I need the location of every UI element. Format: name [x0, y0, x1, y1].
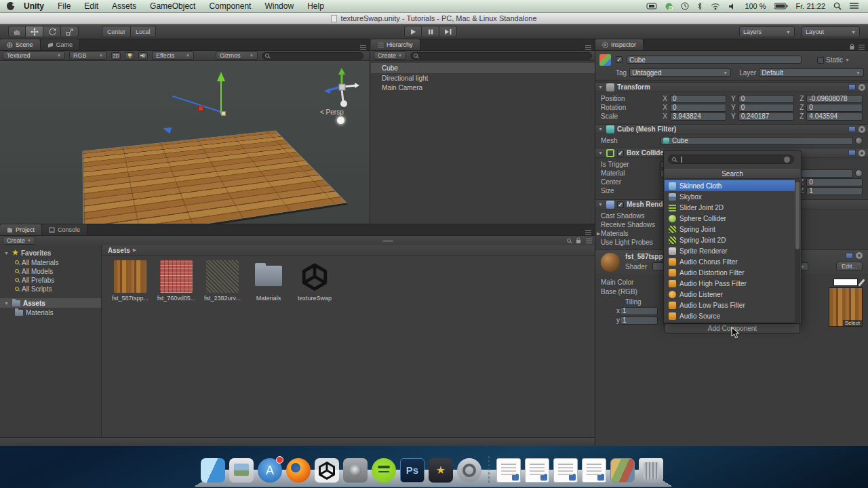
hierarchy-item-main-camera[interactable]: Main Camera [371, 83, 595, 93]
hierarchy-item-directional-light[interactable]: Directional light [371, 73, 595, 83]
inspector-panel-menu-icon[interactable] [859, 45, 865, 49]
document-dock-icon[interactable] [496, 458, 521, 483]
firefox-dock-icon[interactable] [286, 458, 311, 483]
gizmo-center-handle[interactable] [221, 111, 226, 116]
scale-tool-button[interactable] [61, 26, 79, 37]
mesh-filter-header[interactable]: ▼Cube (Mesh Filter) [595, 124, 868, 134]
project-breadcrumb[interactable]: Assets▶ [102, 245, 595, 256]
scene-2d-toggle[interactable]: 2D [111, 52, 121, 60]
tab-game[interactable]: Game [41, 39, 81, 50]
spotify-dock-icon[interactable] [372, 458, 396, 483]
size-z-field[interactable]: 1 [806, 187, 863, 195]
project-panel-menu-icon[interactable] [585, 230, 591, 235]
unity-dock-icon[interactable] [315, 458, 339, 483]
static-checkbox[interactable] [817, 57, 824, 64]
object-picker-icon[interactable] [855, 169, 863, 177]
asset-texture-brick[interactable]: fst_760vd05... [154, 260, 199, 302]
hierarchy-item-cube[interactable]: Cube [371, 63, 595, 73]
menu-gameobject[interactable]: GameObject [143, 0, 202, 13]
document-dock-icon[interactable] [525, 458, 549, 483]
hand-tool-button[interactable] [8, 26, 26, 37]
battery-icon[interactable] [774, 3, 788, 9]
position-z-field[interactable]: -0.09608078 [806, 95, 863, 103]
tab-hierarchy[interactable]: Hierarchy [371, 39, 420, 50]
layout-dropdown[interactable]: Layout▼ [802, 26, 860, 37]
box-collider-checkbox[interactable]: ✓ [617, 150, 624, 157]
help-book-icon[interactable] [848, 84, 856, 90]
trash-dock-icon[interactable] [639, 458, 663, 483]
popup-scrollbar[interactable] [795, 180, 800, 322]
menu-file[interactable]: File [51, 0, 77, 13]
photoshop-dock-icon[interactable]: Ps [400, 458, 425, 483]
layers-dropdown[interactable]: Layers▼ [739, 26, 795, 37]
mesh-renderer-checkbox[interactable]: ✓ [617, 201, 624, 208]
volume-icon[interactable] [728, 3, 736, 10]
rotation-x-field[interactable]: 0 [670, 104, 726, 112]
asset-texture-gravel[interactable]: fst_2382urv... [200, 260, 245, 302]
center-z-field[interactable]: 0 [806, 178, 863, 186]
favorite-all-materials[interactable]: All Materials [0, 258, 58, 267]
wooden-floor-mesh[interactable] [83, 131, 346, 224]
document-dock-icon[interactable] [553, 458, 578, 483]
hierarchy-search-input[interactable] [410, 52, 592, 60]
tab-scene[interactable]: Scene [0, 39, 41, 50]
app-store-dock-icon[interactable] [258, 458, 282, 483]
rotation-y-field[interactable]: 0 [738, 104, 795, 112]
position-x-field[interactable]: 0 [670, 95, 726, 103]
help-book-icon[interactable] [846, 253, 853, 259]
shader-edit-button[interactable]: Edit... [836, 262, 863, 271]
tree-assets-folder[interactable]: ▼Assets [0, 298, 101, 308]
pivot-rotation-button[interactable]: Local [131, 26, 156, 37]
scene-search-input[interactable] [262, 52, 363, 60]
window-title-bar[interactable]: textureSwap.unity - Tutorials - PC, Mac … [0, 13, 868, 24]
lock-icon[interactable] [575, 237, 582, 244]
component-gear-icon[interactable] [859, 126, 865, 133]
scale-z-field[interactable]: 4.043594 [806, 113, 863, 121]
quicktime-dock-icon[interactable] [457, 458, 481, 483]
color-picker-icon[interactable] [858, 279, 865, 286]
component-item-audio-high-pass-filter[interactable]: Audio High Pass Filter [665, 278, 795, 289]
gizmo-y-axis[interactable] [220, 80, 222, 114]
menu-unity[interactable]: Unity [17, 0, 51, 13]
apple-menu-icon[interactable] [7, 2, 14, 10]
favorite-all-models[interactable]: All Models [0, 266, 53, 276]
menu-bar-clock[interactable]: Fr. 21:22 [796, 2, 825, 10]
tree-materials-folder[interactable]: Materials [0, 308, 54, 317]
asset-texture-wood[interactable]: fst_587tspp... [108, 260, 153, 302]
preview-dock-icon[interactable] [229, 458, 254, 483]
bluetooth-icon[interactable] [697, 2, 703, 10]
menu-component[interactable]: Component [202, 0, 258, 13]
project-create-dropdown[interactable]: Create▼ [3, 237, 35, 245]
scene-audio-toggle[interactable] [138, 52, 148, 60]
static-dropdown-arrow[interactable]: ▼ [845, 58, 850, 62]
hierarchy-create-dropdown[interactable]: Create▼ [374, 52, 406, 60]
transform-header[interactable]: ▼Transform [595, 82, 868, 92]
display-icon[interactable] [646, 3, 657, 10]
mesh-object-field[interactable]: Cube [660, 137, 853, 145]
finder-dock-icon[interactable] [201, 458, 225, 483]
component-item-sphere-collider[interactable]: Sphere Collider [665, 213, 795, 224]
component-gear-icon[interactable] [859, 84, 865, 91]
scene-orientation-gizmo[interactable] [321, 66, 362, 107]
project-menu-icon[interactable] [586, 239, 592, 243]
help-book-icon[interactable] [848, 150, 856, 156]
scale-y-field[interactable]: 0.240187 [738, 113, 795, 121]
component-item-audio-distortion-filter[interactable]: Audio Distortion Filter [665, 267, 795, 278]
persp-label[interactable]: < Persp [320, 108, 344, 116]
tag-dropdown[interactable]: Untagged▼ [629, 68, 731, 77]
position-y-field[interactable]: 0 [738, 95, 795, 103]
component-item-slider-joint-2d[interactable]: Slider Joint 2D [665, 202, 795, 213]
menu-edit[interactable]: Edit [77, 0, 105, 13]
help-book-icon[interactable] [848, 126, 856, 132]
tab-console[interactable]: Console [42, 224, 87, 235]
pivot-center-button[interactable]: Center [102, 26, 131, 37]
asset-materials-folder[interactable]: Materials [246, 260, 291, 302]
gizmo-x-handle[interactable] [198, 106, 203, 111]
imovie-dock-icon[interactable] [429, 458, 453, 483]
hierarchy-panel-menu-icon[interactable] [585, 45, 591, 50]
gameobject-active-checkbox[interactable]: ✓ [616, 56, 623, 63]
menu-window[interactable]: Window [258, 0, 300, 13]
scene-lighting-toggle[interactable] [125, 52, 134, 60]
scene-gizmos-dropdown[interactable]: Gizmos▼ [216, 52, 258, 60]
tab-project[interactable]: Project [0, 224, 42, 235]
